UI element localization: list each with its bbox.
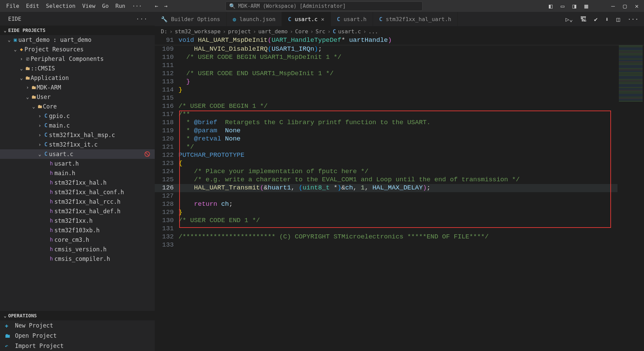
tree-cmsis[interactable]: ⌄ 🖿 ::CMSIS [0, 64, 155, 73]
chevron-right-icon: › [37, 123, 43, 128]
layout-secondary-side-icon[interactable]: ◨ [573, 2, 576, 10]
menu-run[interactable]: Run [112, 0, 129, 12]
download-icon[interactable]: ⬇ [605, 16, 609, 23]
window-close-icon[interactable]: ✕ [635, 2, 639, 10]
folder-icon: 🖿 [31, 94, 37, 100]
folder-icon: 🖿 [37, 103, 43, 110]
tab-hal-uart-h[interactable]: Cstm32f1xx_hal_uart.h [373, 12, 458, 26]
tab-builder-options[interactable]: 🔧Builder Options [155, 12, 227, 26]
menubar: File Edit Selection View Go Run ··· ← → … [0, 0, 644, 12]
layout-primary-side-icon[interactable]: ◧ [549, 2, 553, 10]
folder-open-icon: 🖿 [5, 332, 12, 339]
tab-usart-h[interactable]: Cusart.h [331, 12, 373, 26]
section-projects[interactable]: ⌄ EIDE PROJECTS [0, 26, 155, 35]
chevron-right-icon: › [18, 56, 24, 62]
c-file-icon: C [337, 16, 340, 22]
tab-bar: 🔧Builder Options ◍launch.json Cusart.c✕ … [155, 12, 644, 26]
tree-resources[interactable]: ⌄ ◆ Project Resources [0, 45, 155, 54]
layout-customize-icon[interactable]: ▦ [584, 2, 588, 10]
folder-icon: 🖿 [24, 75, 31, 81]
folder-icon: 🖿 [24, 65, 31, 71]
tree-header[interactable]: hstm32f1xx.h [0, 216, 155, 225]
more-icon[interactable]: ··· [627, 16, 639, 23]
chevron-down-icon: ⌄ [18, 66, 24, 71]
command-center[interactable]: 🔍 MDK-ARM (Workspace) [Administrator] [225, 1, 423, 11]
chevron-down-icon: ⌄ [6, 37, 12, 43]
tree-file[interactable]: ›Cstm32f1xx_hal_msp.c [0, 130, 155, 140]
c-file-icon: C [288, 16, 291, 22]
minimap[interactable] [617, 36, 644, 351]
h-file-icon: h [48, 208, 54, 214]
h-file-icon: h [48, 199, 54, 205]
tab-usart-c[interactable]: Cusart.c✕ [282, 12, 331, 26]
h-file-icon: h [48, 189, 54, 195]
chevron-down-icon: ⌄ [2, 313, 8, 318]
menu-selection[interactable]: Selection [43, 0, 79, 12]
tree-header[interactable]: hstm32f1xx_hal.h [0, 178, 155, 187]
tree-header[interactable]: husart.h [0, 159, 155, 168]
chevron-down-icon: ⌄ [24, 94, 31, 100]
chevron-down-icon: ⌄ [31, 104, 37, 109]
nav-forward-icon[interactable]: → [164, 3, 168, 9]
tree-file-active[interactable]: ⌄Cusart.c [0, 149, 155, 159]
c-file-icon: C [43, 151, 49, 157]
tree-file[interactable]: ›Cgpio.c [0, 111, 155, 121]
section-operations[interactable]: ⌄ OPERATIONS [0, 311, 155, 320]
tree-header[interactable]: hcmsis_version.h [0, 245, 155, 254]
h-file-icon: h [48, 170, 54, 176]
op-new-project[interactable]: ✚New Project [0, 320, 155, 331]
tree-header[interactable]: hstm32f1xx_hal_def.h [0, 206, 155, 216]
check-icon[interactable]: ✔ [594, 16, 598, 23]
c-file-icon: C [43, 113, 49, 119]
menu-go[interactable]: Go [99, 0, 112, 12]
tree-project[interactable]: ⌄ ▣ uart_demo : uart_demo [0, 35, 155, 45]
search-text: MDK-ARM (Workspace) [Administrator] [238, 3, 346, 9]
tree-application[interactable]: ⌄ 🖿 Application [0, 73, 155, 83]
tab-launch-json[interactable]: ◍launch.json [227, 12, 282, 26]
chevron-down-icon: ⌄ [37, 151, 43, 157]
c-file-icon: C [43, 122, 49, 129]
op-open-project[interactable]: 🖿Open Project [0, 331, 155, 341]
tree-user[interactable]: ⌄ 🖿 User [0, 92, 155, 102]
tree-header[interactable]: hcmsis_compiler.h [0, 254, 155, 264]
search-icon: 🔍 [229, 3, 236, 9]
project-icon: ▣ [12, 37, 18, 43]
import-icon: ↶ [5, 342, 12, 349]
tree-file[interactable]: ›Cstm32f1xx_it.c [0, 140, 155, 149]
editor-body[interactable]: 91 void HAL_UART_MspDeInit(UART_HandleTy… [155, 36, 644, 351]
window-maximize-icon[interactable]: ▢ [623, 2, 627, 10]
tree-core[interactable]: ⌄ 🖿 Core [0, 102, 155, 111]
tree-header[interactable]: hmain.h [0, 168, 155, 178]
window-minimize-icon[interactable]: — [611, 2, 615, 10]
nav-back-icon[interactable]: ← [155, 3, 158, 9]
tree-mdkarm[interactable]: › 🖿 MDK-ARM [0, 83, 155, 92]
menu-file[interactable]: File [3, 0, 23, 12]
wrench-icon: 🔧 [161, 16, 168, 22]
layout-panel-icon[interactable]: ▭ [561, 2, 564, 10]
c-file-icon: C [43, 132, 49, 138]
menu-more[interactable]: ··· [129, 3, 145, 9]
build-icon[interactable]: 🏗 [580, 16, 587, 23]
h-file-icon: h [48, 218, 54, 224]
tree-file[interactable]: ›Cmain.c [0, 121, 155, 130]
tree-header[interactable]: hcore_cm3.h [0, 235, 155, 245]
run-icon[interactable]: ▷⌄ [565, 16, 573, 23]
split-icon[interactable]: ◫ [616, 16, 620, 23]
project-tree: ⌄ ▣ uart_demo : uart_demo ⌄ ◆ Project Re… [0, 35, 155, 311]
menu-view[interactable]: View [79, 0, 99, 12]
tree-header[interactable]: hstm32f1xx_hal_conf.h [0, 187, 155, 197]
sticky-scroll[interactable]: 91 void HAL_UART_MspDeInit(UART_HandleTy… [155, 36, 644, 45]
chevron-down-icon: ⌄ [12, 47, 18, 52]
editor-area: 🔧Builder Options ◍launch.json Cusart.c✕ … [155, 12, 644, 351]
menu-edit[interactable]: Edit [23, 0, 43, 12]
c-file-icon: C [43, 141, 49, 148]
chevron-right-icon: › [37, 142, 43, 147]
h-file-icon: h [48, 161, 54, 167]
tree-peripheral[interactable]: › ⎚ Peripheral Components [0, 54, 155, 64]
sidebar-more-icon[interactable]: ··· [136, 16, 148, 22]
op-import-project[interactable]: ↶Import Project [0, 341, 155, 351]
close-icon[interactable]: ✕ [321, 16, 324, 22]
tree-header[interactable]: hstm32f103xb.h [0, 225, 155, 235]
tree-header[interactable]: hstm32f1xx_hal_rcc.h [0, 197, 155, 206]
breadcrumb[interactable]: D:› stm32_worksape› project› uart_demo› … [155, 26, 644, 36]
